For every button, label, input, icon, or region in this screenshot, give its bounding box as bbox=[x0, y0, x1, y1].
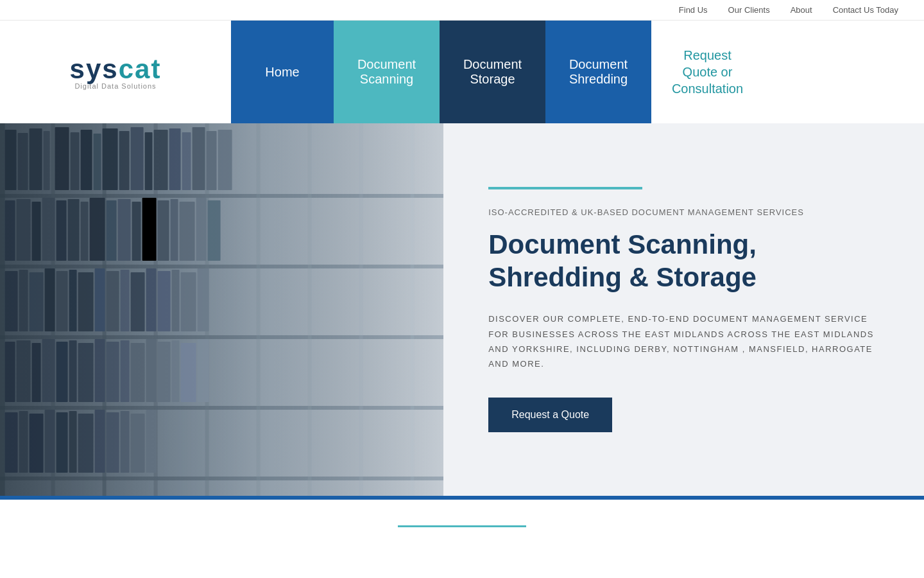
nav-document-scanning[interactable]: Document Scanning bbox=[334, 21, 440, 123]
nav-home[interactable]: Home bbox=[231, 21, 334, 123]
logo-subtitle: Digital Data Solutions bbox=[70, 82, 162, 90]
footer-accent bbox=[0, 500, 924, 540]
nav-about[interactable]: About bbox=[791, 5, 812, 15]
nav-request-quote[interactable]: Request Quote or Consultation bbox=[651, 21, 764, 123]
nav-contact[interactable]: Contact Us Today bbox=[833, 5, 898, 15]
hero-image bbox=[0, 123, 443, 496]
hero-quote-button[interactable]: Request a Quote bbox=[488, 398, 612, 432]
nav-document-shredding[interactable]: Document Shredding bbox=[545, 21, 651, 123]
hero-accent-line bbox=[488, 187, 642, 189]
logo-area: syscat Digital Data Solutions bbox=[0, 21, 231, 123]
main-nav: Home Document Scanning Document Storage … bbox=[231, 21, 924, 123]
hero-section: ISO-ACCREDITED & UK-BASED DOCUMENT MANAG… bbox=[0, 123, 924, 496]
footer-accent-line bbox=[398, 525, 526, 527]
logo: syscat bbox=[70, 54, 162, 85]
top-nav: Find Us Our Clients About Contact Us Tod… bbox=[0, 0, 924, 21]
nav-our-clients[interactable]: Our Clients bbox=[728, 5, 770, 15]
hero-title: Document Scanning, Shredding & Storage bbox=[488, 229, 879, 293]
main-header: syscat Digital Data Solutions Home Docum… bbox=[0, 21, 924, 123]
hero-body: DISCOVER OUR COMPLETE, END-TO-END DOCUME… bbox=[488, 311, 879, 372]
hero-content: ISO-ACCREDITED & UK-BASED DOCUMENT MANAG… bbox=[443, 123, 924, 496]
svg-rect-94 bbox=[0, 123, 443, 496]
nav-find-us[interactable]: Find Us bbox=[679, 5, 708, 15]
nav-document-storage[interactable]: Document Storage bbox=[440, 21, 545, 123]
hero-subtitle: ISO-ACCREDITED & UK-BASED DOCUMENT MANAG… bbox=[488, 207, 879, 217]
